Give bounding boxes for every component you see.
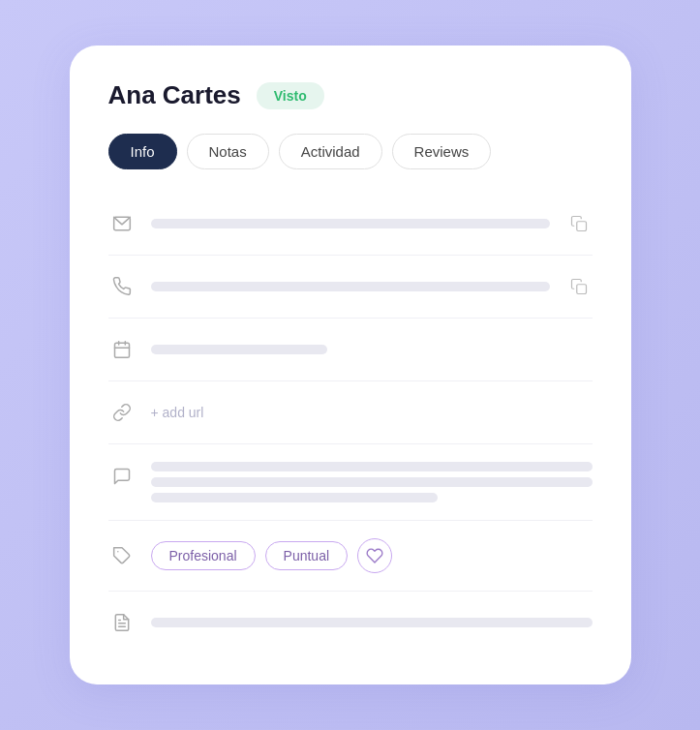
svg-rect-1 xyxy=(576,222,586,231)
phone-icon xyxy=(108,273,136,300)
tab-reviews[interactable]: Reviews xyxy=(392,134,492,169)
document-content xyxy=(151,618,593,627)
phone-skeleton xyxy=(151,282,550,291)
calendar-row xyxy=(108,322,593,377)
tab-notas[interactable]: Notas xyxy=(187,134,269,169)
info-section: + add url Profesional Punt xyxy=(108,197,593,650)
tag-icon xyxy=(108,542,136,569)
email-copy-button[interactable] xyxy=(565,210,593,237)
add-url-button[interactable]: + add url xyxy=(151,405,593,420)
email-icon xyxy=(108,210,136,237)
profile-card: Ana Cartes Visto Info Notas Actividad Re… xyxy=(70,46,631,684)
phone-content xyxy=(151,282,550,291)
profile-name: Ana Cartes xyxy=(108,80,241,110)
divider-4 xyxy=(108,443,593,444)
tag-puntual[interactable]: Puntual xyxy=(265,541,348,570)
tag-profesional[interactable]: Profesional xyxy=(151,541,256,570)
profile-header: Ana Cartes Visto xyxy=(108,80,593,110)
phone-row xyxy=(108,259,593,314)
link-icon xyxy=(108,399,136,426)
status-badge: Visto xyxy=(257,82,324,109)
divider-5 xyxy=(108,520,593,521)
comment-skeleton-1 xyxy=(151,462,593,471)
document-row xyxy=(108,595,593,650)
document-skeleton xyxy=(151,618,593,627)
tags-row: Profesional Puntual xyxy=(108,525,593,587)
tab-info[interactable]: Info xyxy=(108,134,177,169)
email-row xyxy=(108,197,593,251)
document-icon xyxy=(108,609,136,636)
calendar-content xyxy=(151,345,593,354)
tab-actividad[interactable]: Actividad xyxy=(279,134,382,169)
phone-copy-button[interactable] xyxy=(565,273,593,300)
tags-content: Profesional Puntual xyxy=(151,538,593,573)
email-content xyxy=(151,219,550,228)
comment-content xyxy=(151,462,593,502)
svg-rect-3 xyxy=(114,343,129,357)
svg-rect-2 xyxy=(576,285,586,294)
url-content: + add url xyxy=(151,405,593,420)
comment-skeleton-3 xyxy=(151,493,438,502)
comment-skeleton-2 xyxy=(151,477,593,487)
tab-bar: Info Notas Actividad Reviews xyxy=(108,134,593,169)
calendar-skeleton xyxy=(151,345,327,354)
comment-row xyxy=(108,448,593,516)
url-row: + add url xyxy=(108,385,593,440)
divider-1 xyxy=(108,255,593,256)
email-skeleton xyxy=(151,219,550,228)
calendar-icon xyxy=(108,336,136,363)
divider-6 xyxy=(108,591,593,592)
comment-icon xyxy=(108,462,136,489)
add-tag-button[interactable] xyxy=(357,538,392,573)
tags-list: Profesional Puntual xyxy=(151,538,593,573)
divider-2 xyxy=(108,318,593,319)
divider-3 xyxy=(108,380,593,381)
